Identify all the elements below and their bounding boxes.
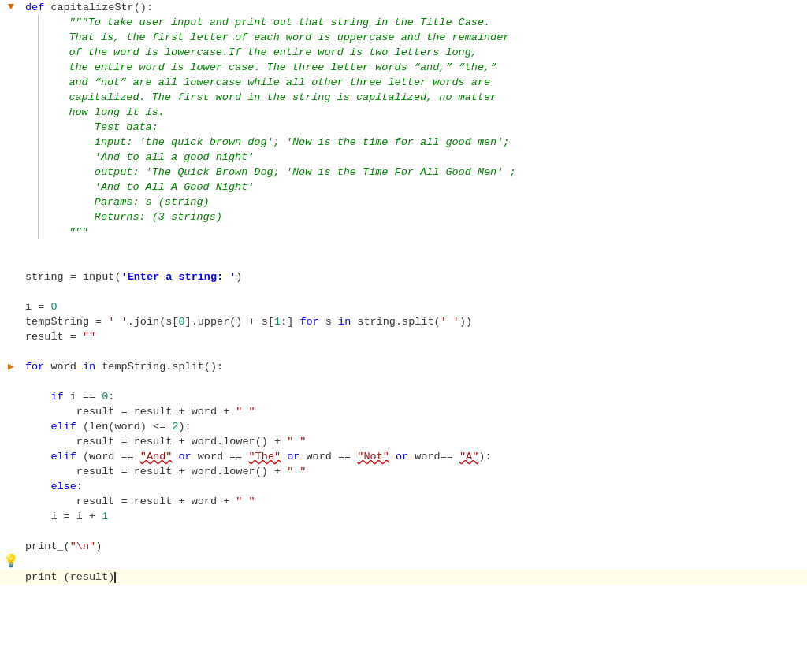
code-content-36: print_("\n"): [22, 539, 807, 554]
token: of the word is lowercase.If the entire w…: [43, 46, 478, 58]
token: [25, 421, 50, 433]
token: (len(word) <=: [76, 421, 173, 433]
token: " ": [236, 496, 255, 507]
line-31: result = result + word.lower() + " ": [0, 464, 807, 479]
line-33: result = result + word + " ": [0, 494, 807, 509]
token: in: [338, 316, 351, 328]
gutter-33: [0, 494, 22, 495]
token: "And": [140, 451, 173, 462]
token: :: [76, 481, 83, 492]
token: """To take user input and print out that…: [43, 17, 490, 28]
line-0: ▼def capitalizeStr():: [0, 0, 807, 15]
token: result = result + word +: [25, 496, 236, 507]
vertical-bar: [38, 60, 39, 75]
token: elif: [50, 451, 76, 462]
gutter-9: [0, 135, 22, 136]
token: 0: [178, 316, 184, 328]
token: ' ': [108, 316, 127, 328]
line-23: [0, 344, 807, 359]
gutter-11: [0, 165, 22, 165]
code-content-9: input: 'the quick brown dog'; 'Now is th…: [40, 135, 807, 150]
token: That is, the first letter of each word i…: [43, 32, 509, 43]
line-32: else:: [0, 479, 807, 494]
code-content-27: result = result + word + " ": [22, 404, 807, 419]
token: 1: [274, 316, 281, 328]
fold-arrow-icon[interactable]: ▼: [8, 1, 14, 13]
gutter-32: [0, 479, 22, 480]
code-content-4: the entire word is lower case. The three…: [40, 60, 807, 75]
line-2: That is, the first letter of each word i…: [0, 30, 807, 45]
token: [25, 451, 50, 462]
code-content-21: tempString = ' '.join(s[0].upper() + s[1…: [22, 314, 807, 329]
code-content-38: print_(result): [22, 570, 807, 585]
gutter-7: [0, 105, 22, 106]
line-4: the entire word is lower case. The three…: [0, 60, 807, 75]
line-22: result = "": [0, 329, 807, 344]
line-19: [0, 284, 807, 299]
token: Test data:: [43, 121, 158, 133]
token: or: [287, 451, 299, 462]
token: :]: [281, 316, 299, 328]
gutter-1: [0, 15, 22, 16]
token: capitalizeStr():: [50, 2, 153, 13]
code-content-18: string = input('Enter a string: '): [22, 269, 807, 284]
token: i =: [25, 301, 50, 313]
code-content-1: """To take user input and print out that…: [40, 15, 807, 30]
code-content-30: elif (word == "And" or word == "The" or …: [22, 449, 807, 464]
line-5: and “not” are all lowercase while all ot…: [0, 75, 807, 90]
gutter-17: [0, 254, 22, 255]
gutter-31: [0, 464, 22, 465]
line-37: 💡: [0, 554, 807, 570]
token: 'Enter a string: ': [121, 271, 236, 283]
line-9: input: 'the quick brown dog'; 'Now is th…: [0, 135, 807, 150]
token: " ": [287, 466, 306, 477]
gutter-13: [0, 195, 22, 195]
gutter-29: [0, 434, 22, 435]
token: ' ': [441, 316, 459, 328]
vertical-bar: [38, 120, 39, 135]
line-7: how long it is.: [0, 105, 807, 120]
token: .join(s[: [128, 316, 179, 328]
code-content-31: result = result + word.lower() + " ": [22, 464, 807, 479]
gutter-24: ▶: [0, 359, 22, 373]
code-content-22: result = "": [22, 329, 807, 344]
token: i = i +: [25, 510, 102, 522]
text-cursor: [114, 572, 116, 583]
token: and “not” are all lowercase while all ot…: [43, 76, 490, 88]
code-content-7: how long it is.: [40, 105, 807, 120]
line-14: Returns: (3 strings): [0, 210, 807, 225]
fold-arrow-icon[interactable]: ▶: [8, 360, 14, 373]
line-28: elif (len(word) <= 2):: [0, 419, 807, 434]
line-17: [0, 254, 807, 269]
token: or: [178, 451, 191, 462]
token: or: [396, 451, 408, 462]
token: result =: [25, 331, 83, 343]
token: the entire word is lower case. The three…: [43, 61, 496, 73]
gutter-27: [0, 404, 22, 405]
line-10: 'And to all a good night': [0, 150, 807, 165]
token: "\n": [70, 540, 95, 552]
code-content-3: of the word is lowercase.If the entire w…: [40, 45, 807, 60]
token: ):: [478, 451, 491, 462]
code-content-26: if i == 0:: [22, 389, 807, 404]
bulb-icon[interactable]: 💡: [3, 555, 19, 570]
code-content-33: result = result + word + " ": [22, 494, 807, 509]
token: ): [95, 540, 102, 552]
vertical-bar: [38, 195, 39, 210]
code-content-0: def capitalizeStr():: [22, 0, 807, 15]
token: print_(: [25, 540, 70, 552]
gutter-18: [0, 269, 22, 270]
line-38: print_(result): [0, 570, 807, 585]
token: string.split(: [351, 316, 440, 328]
vertical-bar: [38, 165, 39, 180]
vertical-bar: [38, 75, 39, 90]
gutter-19: [0, 284, 22, 285]
token: Params: s (string): [43, 196, 210, 208]
line-15: """: [0, 225, 807, 239]
token: input: 'the quick brown dog'; 'Now is th…: [43, 136, 509, 148]
token: for: [299, 316, 318, 328]
vertical-bar: [38, 135, 39, 150]
token: in: [83, 361, 95, 373]
token: capitalized. The first word in the strin…: [43, 91, 496, 103]
gutter-4: [0, 60, 22, 61]
